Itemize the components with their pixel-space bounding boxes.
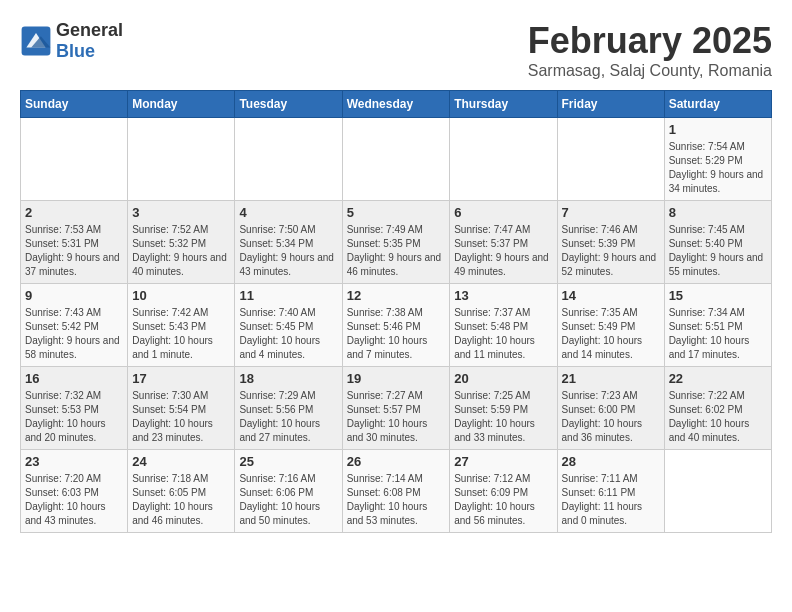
day-info: Sunrise: 7:12 AM Sunset: 6:09 PM Dayligh… [454, 472, 552, 528]
day-number: 13 [454, 288, 552, 303]
day-info: Sunrise: 7:38 AM Sunset: 5:46 PM Dayligh… [347, 306, 446, 362]
column-header-sunday: Sunday [21, 91, 128, 118]
day-number: 28 [562, 454, 660, 469]
day-number: 14 [562, 288, 660, 303]
day-info: Sunrise: 7:42 AM Sunset: 5:43 PM Dayligh… [132, 306, 230, 362]
day-number: 19 [347, 371, 446, 386]
day-info: Sunrise: 7:16 AM Sunset: 6:06 PM Dayligh… [239, 472, 337, 528]
day-info: Sunrise: 7:43 AM Sunset: 5:42 PM Dayligh… [25, 306, 123, 362]
column-header-thursday: Thursday [450, 91, 557, 118]
day-info: Sunrise: 7:50 AM Sunset: 5:34 PM Dayligh… [239, 223, 337, 279]
day-number: 22 [669, 371, 767, 386]
day-info: Sunrise: 7:40 AM Sunset: 5:45 PM Dayligh… [239, 306, 337, 362]
day-number: 4 [239, 205, 337, 220]
calendar-cell [450, 118, 557, 201]
calendar-cell: 13Sunrise: 7:37 AM Sunset: 5:48 PM Dayli… [450, 284, 557, 367]
day-number: 5 [347, 205, 446, 220]
day-number: 6 [454, 205, 552, 220]
day-number: 16 [25, 371, 123, 386]
calendar-cell: 18Sunrise: 7:29 AM Sunset: 5:56 PM Dayli… [235, 367, 342, 450]
calendar-cell [557, 118, 664, 201]
logo-text: General Blue [56, 20, 123, 62]
calendar-cell: 5Sunrise: 7:49 AM Sunset: 5:35 PM Daylig… [342, 201, 450, 284]
day-number: 9 [25, 288, 123, 303]
logo: General Blue [20, 20, 123, 62]
calendar-cell: 17Sunrise: 7:30 AM Sunset: 5:54 PM Dayli… [128, 367, 235, 450]
column-header-monday: Monday [128, 91, 235, 118]
day-info: Sunrise: 7:27 AM Sunset: 5:57 PM Dayligh… [347, 389, 446, 445]
day-info: Sunrise: 7:46 AM Sunset: 5:39 PM Dayligh… [562, 223, 660, 279]
day-number: 1 [669, 122, 767, 137]
calendar-cell: 23Sunrise: 7:20 AM Sunset: 6:03 PM Dayli… [21, 450, 128, 533]
calendar-cell: 22Sunrise: 7:22 AM Sunset: 6:02 PM Dayli… [664, 367, 771, 450]
day-number: 20 [454, 371, 552, 386]
calendar-cell: 7Sunrise: 7:46 AM Sunset: 5:39 PM Daylig… [557, 201, 664, 284]
page-header: General Blue February 2025 Sarmasag, Sal… [20, 20, 772, 80]
day-info: Sunrise: 7:53 AM Sunset: 5:31 PM Dayligh… [25, 223, 123, 279]
calendar-cell: 4Sunrise: 7:50 AM Sunset: 5:34 PM Daylig… [235, 201, 342, 284]
day-info: Sunrise: 7:14 AM Sunset: 6:08 PM Dayligh… [347, 472, 446, 528]
calendar-cell: 3Sunrise: 7:52 AM Sunset: 5:32 PM Daylig… [128, 201, 235, 284]
logo-icon [20, 25, 52, 57]
day-info: Sunrise: 7:52 AM Sunset: 5:32 PM Dayligh… [132, 223, 230, 279]
day-info: Sunrise: 7:37 AM Sunset: 5:48 PM Dayligh… [454, 306, 552, 362]
day-number: 27 [454, 454, 552, 469]
calendar-cell: 10Sunrise: 7:42 AM Sunset: 5:43 PM Dayli… [128, 284, 235, 367]
day-info: Sunrise: 7:18 AM Sunset: 6:05 PM Dayligh… [132, 472, 230, 528]
calendar-cell: 1Sunrise: 7:54 AM Sunset: 5:29 PM Daylig… [664, 118, 771, 201]
calendar-cell: 2Sunrise: 7:53 AM Sunset: 5:31 PM Daylig… [21, 201, 128, 284]
day-number: 8 [669, 205, 767, 220]
calendar-cell: 25Sunrise: 7:16 AM Sunset: 6:06 PM Dayli… [235, 450, 342, 533]
calendar-cell: 21Sunrise: 7:23 AM Sunset: 6:00 PM Dayli… [557, 367, 664, 450]
column-header-saturday: Saturday [664, 91, 771, 118]
title-block: February 2025 Sarmasag, Salaj County, Ro… [528, 20, 772, 80]
calendar-cell: 26Sunrise: 7:14 AM Sunset: 6:08 PM Dayli… [342, 450, 450, 533]
calendar-cell [21, 118, 128, 201]
day-number: 26 [347, 454, 446, 469]
month-title: February 2025 [528, 20, 772, 62]
calendar-table: SundayMondayTuesdayWednesdayThursdayFrid… [20, 90, 772, 533]
calendar-cell: 28Sunrise: 7:11 AM Sunset: 6:11 PM Dayli… [557, 450, 664, 533]
day-number: 2 [25, 205, 123, 220]
column-header-friday: Friday [557, 91, 664, 118]
calendar-cell [664, 450, 771, 533]
day-number: 12 [347, 288, 446, 303]
calendar-cell [235, 118, 342, 201]
day-info: Sunrise: 7:35 AM Sunset: 5:49 PM Dayligh… [562, 306, 660, 362]
calendar-cell: 9Sunrise: 7:43 AM Sunset: 5:42 PM Daylig… [21, 284, 128, 367]
calendar-cell: 24Sunrise: 7:18 AM Sunset: 6:05 PM Dayli… [128, 450, 235, 533]
column-header-wednesday: Wednesday [342, 91, 450, 118]
day-number: 23 [25, 454, 123, 469]
day-number: 10 [132, 288, 230, 303]
location-title: Sarmasag, Salaj County, Romania [528, 62, 772, 80]
day-number: 24 [132, 454, 230, 469]
column-header-tuesday: Tuesday [235, 91, 342, 118]
calendar-cell: 11Sunrise: 7:40 AM Sunset: 5:45 PM Dayli… [235, 284, 342, 367]
day-info: Sunrise: 7:20 AM Sunset: 6:03 PM Dayligh… [25, 472, 123, 528]
day-number: 3 [132, 205, 230, 220]
day-info: Sunrise: 7:49 AM Sunset: 5:35 PM Dayligh… [347, 223, 446, 279]
calendar-cell: 14Sunrise: 7:35 AM Sunset: 5:49 PM Dayli… [557, 284, 664, 367]
day-info: Sunrise: 7:30 AM Sunset: 5:54 PM Dayligh… [132, 389, 230, 445]
day-info: Sunrise: 7:23 AM Sunset: 6:00 PM Dayligh… [562, 389, 660, 445]
day-info: Sunrise: 7:11 AM Sunset: 6:11 PM Dayligh… [562, 472, 660, 528]
day-number: 17 [132, 371, 230, 386]
day-info: Sunrise: 7:25 AM Sunset: 5:59 PM Dayligh… [454, 389, 552, 445]
day-info: Sunrise: 7:45 AM Sunset: 5:40 PM Dayligh… [669, 223, 767, 279]
calendar-cell: 6Sunrise: 7:47 AM Sunset: 5:37 PM Daylig… [450, 201, 557, 284]
calendar-cell: 12Sunrise: 7:38 AM Sunset: 5:46 PM Dayli… [342, 284, 450, 367]
day-info: Sunrise: 7:47 AM Sunset: 5:37 PM Dayligh… [454, 223, 552, 279]
calendar-cell: 8Sunrise: 7:45 AM Sunset: 5:40 PM Daylig… [664, 201, 771, 284]
calendar-cell: 15Sunrise: 7:34 AM Sunset: 5:51 PM Dayli… [664, 284, 771, 367]
day-info: Sunrise: 7:29 AM Sunset: 5:56 PM Dayligh… [239, 389, 337, 445]
calendar-cell: 19Sunrise: 7:27 AM Sunset: 5:57 PM Dayli… [342, 367, 450, 450]
calendar-cell [342, 118, 450, 201]
calendar-cell [128, 118, 235, 201]
day-number: 15 [669, 288, 767, 303]
calendar-cell: 20Sunrise: 7:25 AM Sunset: 5:59 PM Dayli… [450, 367, 557, 450]
day-info: Sunrise: 7:32 AM Sunset: 5:53 PM Dayligh… [25, 389, 123, 445]
day-number: 7 [562, 205, 660, 220]
day-info: Sunrise: 7:54 AM Sunset: 5:29 PM Dayligh… [669, 140, 767, 196]
day-number: 21 [562, 371, 660, 386]
calendar-cell: 27Sunrise: 7:12 AM Sunset: 6:09 PM Dayli… [450, 450, 557, 533]
